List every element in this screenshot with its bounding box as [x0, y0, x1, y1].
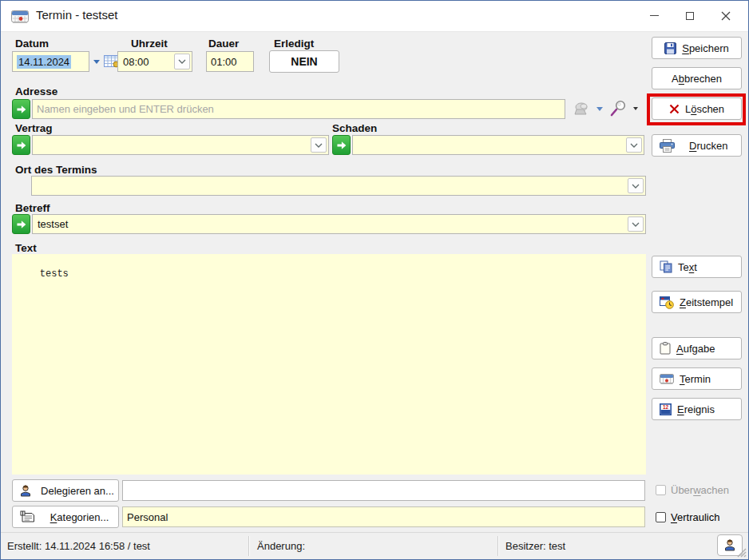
search-button[interactable] [609, 97, 644, 119]
delete-x-icon [669, 104, 680, 114]
dauer-label: Dauer [208, 38, 239, 50]
betreff-label: Betreff [15, 202, 50, 214]
text-content: tests [40, 268, 69, 280]
close-button[interactable] [710, 1, 742, 30]
datum-value: 14.11.2024 [17, 55, 71, 69]
text-button[interactable]: Text [652, 256, 742, 278]
uhrzeit-dropdown-button[interactable] [174, 54, 190, 70]
ort-des-termins-label: Ort des Termins [15, 164, 97, 176]
betreff-dropdown-button[interactable] [628, 216, 644, 232]
text-textarea[interactable]: tests [12, 254, 646, 475]
chevron-down-icon [632, 222, 640, 227]
address-stamp-icon [573, 101, 592, 117]
datum-field[interactable]: 14.11.2024 [12, 51, 89, 72]
adresse-label: Adresse [15, 85, 57, 97]
loeschen-button[interactable]: Löschen [652, 97, 742, 120]
schaden-combobox[interactable] [352, 135, 644, 155]
title-bar[interactable]: Termin - testset [1, 1, 748, 32]
schaden-dropdown-button[interactable] [626, 137, 642, 153]
delegieren-button-label: Delegieren an... [37, 485, 118, 497]
maximize-icon [686, 12, 694, 20]
address-stamp-button[interactable] [573, 99, 604, 119]
search-dropdown-arrow-icon [633, 107, 638, 110]
text-button-label: Text [678, 261, 697, 273]
aufgabe-button[interactable]: Aufgabe [652, 337, 742, 359]
pages-icon [660, 260, 672, 273]
vertrag-dropdown-button[interactable] [311, 137, 327, 153]
person-icon [724, 539, 735, 551]
ueberwachen-checkbox[interactable]: Überwachen [656, 484, 729, 496]
speichern-button-label: Speichern [682, 42, 729, 54]
delegieren-button[interactable]: Delegieren an... [12, 479, 119, 502]
close-icon [721, 11, 731, 21]
drucken-button-label: Drucken [689, 140, 727, 152]
uhrzeit-label: Uhrzeit [131, 38, 168, 50]
window-title: Termin - testset [36, 8, 118, 22]
chevron-down-icon [315, 143, 323, 148]
timestamp-icon [660, 296, 674, 309]
text-label: Text [15, 242, 37, 254]
status-separator [497, 536, 498, 556]
vertraulich-checkbox-box[interactable] [656, 512, 666, 522]
minimize-icon [650, 15, 659, 16]
ereignis-button[interactable]: 12 Ereignis [652, 398, 742, 420]
person-icon [20, 485, 31, 497]
datum-label: Datum [15, 38, 49, 50]
ueberwachen-label: Überwachen [671, 484, 729, 496]
chevron-down-icon [632, 184, 640, 189]
uhrzeit-value: 08:00 [123, 52, 149, 71]
abbrechen-button[interactable]: Abbrechen [652, 67, 742, 89]
betreff-value: testset [38, 215, 68, 233]
arrow-right-icon [15, 219, 27, 230]
termin-button[interactable]: Termin [652, 367, 742, 390]
betreff-go-button[interactable] [12, 214, 30, 234]
dauer-field[interactable]: 01:00 [206, 51, 254, 72]
zeitstempel-button-label: Zeitstempel [680, 296, 733, 308]
adresse-input[interactable] [32, 99, 565, 119]
schaden-label: Schaden [332, 122, 377, 134]
status-aenderung: Änderung: [257, 533, 305, 559]
status-erstellt: Erstellt: 14.11.2024 16:58 / test [7, 533, 150, 559]
save-icon [664, 42, 676, 54]
status-bar: Erstellt: 14.11.2024 16:58 / test Änderu… [1, 532, 748, 559]
drucken-button[interactable]: Drucken [652, 134, 742, 157]
resize-grip[interactable] [736, 547, 747, 558]
stamp-dropdown-arrow-icon [596, 107, 603, 111]
loeschen-button-label: Löschen [685, 103, 724, 115]
vertraulich-checkbox[interactable]: Vertraulich [656, 511, 719, 523]
adresse-go-button[interactable] [12, 99, 30, 119]
erledigt-toggle-button[interactable]: NEIN [269, 50, 339, 73]
zeitstempel-button[interactable]: Zeitstempel [652, 291, 742, 313]
event-calendar-icon: 12 [660, 403, 672, 415]
arrow-right-icon [15, 140, 27, 151]
kategorien-button-label: Kategorien... [41, 511, 118, 523]
vertrag-go-button[interactable] [12, 135, 30, 155]
maximize-button[interactable] [674, 1, 706, 30]
abbrechen-button-label: Abbrechen [672, 73, 722, 85]
chevron-down-icon [178, 59, 186, 64]
arrow-right-icon [335, 140, 347, 151]
dauer-value: 01:00 [211, 56, 237, 68]
ueberwachen-checkbox-box[interactable] [656, 485, 666, 495]
vertraulich-label: Vertraulich [671, 511, 719, 523]
termin-dialog-window: Termin - testset Datum 14.11.2024 Uhrzei… [0, 0, 749, 560]
printer-icon [660, 139, 675, 153]
speichern-button[interactable]: Speichern [652, 37, 742, 59]
uhrzeit-combobox[interactable]: 08:00 [117, 51, 192, 72]
schaden-go-button[interactable] [332, 135, 351, 155]
kategorien-value: Personal [127, 511, 168, 523]
arrow-right-icon [15, 104, 27, 115]
vertrag-combobox[interactable] [32, 135, 329, 155]
chevron-down-icon [630, 143, 638, 148]
search-icon [609, 100, 628, 117]
ort-des-termins-combobox[interactable] [31, 176, 646, 196]
betreff-combobox[interactable]: testset [32, 214, 646, 234]
category-note-icon [20, 510, 35, 523]
kategorien-field[interactable]: Personal [122, 506, 645, 527]
status-besitzer: Besitzer: test [505, 533, 565, 559]
ort-des-termins-dropdown-button[interactable] [628, 178, 644, 193]
kategorien-button[interactable]: Kategorien... [12, 506, 119, 528]
minimize-button[interactable] [638, 1, 670, 30]
vertrag-label: Vertrag [15, 122, 53, 134]
delegieren-input[interactable] [122, 480, 645, 501]
